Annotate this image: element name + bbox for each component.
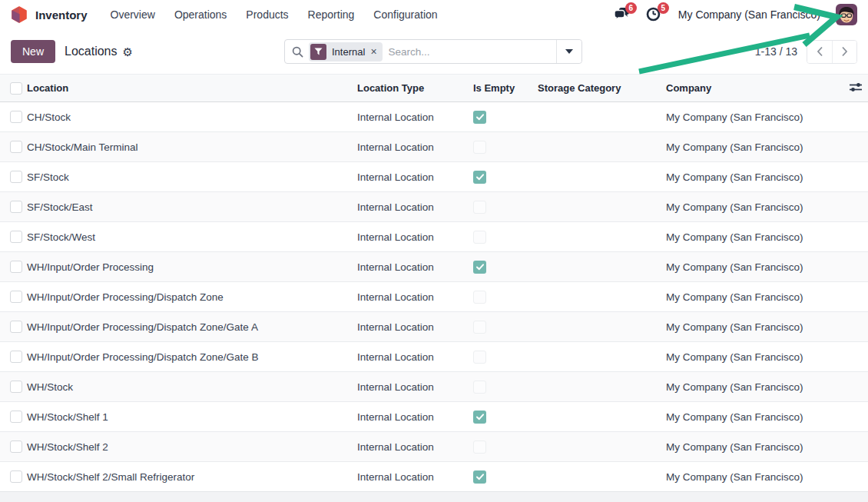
company-cell[interactable]: My Company (San Francisco) (662, 252, 845, 282)
table-row[interactable]: CH/Stock Internal Location My Company (S… (0, 102, 868, 132)
row-select-checkbox[interactable] (10, 171, 22, 183)
location-cell[interactable]: SF/Stock (23, 162, 353, 192)
location-type-cell[interactable]: Internal Location (353, 282, 469, 312)
location-type-cell[interactable]: Internal Location (353, 222, 469, 252)
storage-category-cell[interactable] (534, 282, 662, 312)
is-empty-checkbox[interactable] (473, 171, 486, 184)
row-select-checkbox[interactable] (10, 261, 22, 273)
menu-item-configuration[interactable]: Configuration (373, 7, 437, 22)
menu-item-products[interactable]: Products (246, 7, 288, 22)
company-cell[interactable]: My Company (San Francisco) (662, 132, 845, 162)
location-type-cell[interactable]: Internal Location (353, 432, 469, 462)
row-select-checkbox[interactable] (10, 470, 22, 483)
is-empty-checkbox[interactable] (473, 231, 486, 244)
location-type-cell[interactable]: Internal Location (353, 342, 469, 372)
location-cell[interactable]: WH/Stock/Shelf 2/Small Refrigerator (23, 462, 353, 492)
row-select-checkbox[interactable] (10, 111, 22, 123)
odoo-inventory-app-icon[interactable] (11, 6, 28, 23)
location-type-cell[interactable]: Internal Location (353, 462, 469, 492)
company-cell[interactable]: My Company (San Francisco) (662, 402, 845, 432)
location-cell[interactable]: WH/Input/Order Processing/Dispatch Zone/… (23, 312, 353, 342)
search-input[interactable] (383, 46, 556, 58)
storage-category-cell[interactable] (534, 132, 662, 162)
storage-category-cell[interactable] (534, 402, 662, 432)
user-avatar[interactable] (836, 4, 857, 25)
is-empty-checkbox[interactable] (473, 201, 486, 214)
facet-close-icon[interactable]: × (370, 46, 376, 57)
storage-category-cell[interactable] (534, 192, 662, 222)
location-type-cell[interactable]: Internal Location (353, 162, 469, 192)
location-cell[interactable]: WH/Input/Order Processing/Dispatch Zone (23, 282, 353, 312)
table-row[interactable]: WH/Input/Order Processing Internal Locat… (0, 252, 868, 282)
table-row[interactable]: SF/Stock/East Internal Location My Compa… (0, 192, 868, 222)
company-cell[interactable]: My Company (San Francisco) (662, 312, 845, 342)
search-options-dropdown[interactable] (556, 40, 581, 63)
row-select-checkbox[interactable] (10, 381, 22, 393)
table-row[interactable]: WH/Stock Internal Location My Company (S… (0, 372, 868, 402)
storage-category-cell[interactable] (534, 312, 662, 342)
company-cell[interactable]: My Company (San Francisco) (662, 282, 845, 312)
row-select-checkbox[interactable] (10, 141, 22, 153)
new-button[interactable]: New (11, 40, 55, 63)
storage-category-cell[interactable] (534, 102, 662, 132)
location-cell[interactable]: WH/Input/Order Processing (23, 252, 353, 282)
is-empty-checkbox[interactable] (473, 351, 486, 364)
company-cell[interactable]: My Company (San Francisco) (662, 372, 845, 402)
row-select-checkbox[interactable] (10, 201, 22, 213)
company-cell[interactable]: My Company (San Francisco) (662, 432, 845, 462)
column-header-company[interactable]: Company (662, 75, 845, 102)
row-select-checkbox[interactable] (10, 291, 22, 303)
table-row[interactable]: WH/Input/Order Processing/Dispatch Zone … (0, 282, 868, 312)
messages-icon[interactable]: 6 (614, 7, 631, 22)
location-type-cell[interactable]: Internal Location (353, 312, 469, 342)
column-header-is-empty[interactable]: Is Empty (469, 75, 534, 102)
row-select-checkbox[interactable] (10, 411, 22, 423)
table-row[interactable]: SF/Stock Internal Location My Company (S… (0, 162, 868, 192)
location-type-cell[interactable]: Internal Location (353, 252, 469, 282)
table-row[interactable]: WH/Stock/Shelf 1 Internal Location My Co… (0, 402, 868, 432)
menu-item-operations[interactable]: Operations (174, 7, 227, 22)
app-name[interactable]: Inventory (35, 8, 88, 22)
is-empty-checkbox[interactable] (473, 470, 486, 484)
is-empty-checkbox[interactable] (473, 381, 486, 394)
row-select-checkbox[interactable] (10, 440, 22, 453)
storage-category-cell[interactable] (534, 252, 662, 282)
storage-category-cell[interactable] (534, 372, 662, 402)
location-type-cell[interactable]: Internal Location (353, 372, 469, 402)
table-row[interactable]: WH/Input/Order Processing/Dispatch Zone/… (0, 312, 868, 342)
column-header-location[interactable]: Location (23, 75, 353, 102)
location-type-cell[interactable]: Internal Location (353, 102, 469, 132)
is-empty-checkbox[interactable] (473, 440, 486, 454)
table-row[interactable]: WH/Input/Order Processing/Dispatch Zone/… (0, 342, 868, 372)
location-cell[interactable]: SF/Stock/East (23, 192, 353, 222)
company-cell[interactable]: My Company (San Francisco) (662, 342, 845, 372)
row-select-checkbox[interactable] (10, 351, 22, 363)
company-switcher[interactable]: My Company (San Francisco) (678, 8, 820, 21)
storage-category-cell[interactable] (534, 222, 662, 252)
is-empty-checkbox[interactable] (473, 261, 486, 274)
select-all-checkbox[interactable] (10, 82, 22, 95)
storage-category-cell[interactable] (534, 462, 662, 492)
location-cell[interactable]: WH/Stock/Shelf 2 (23, 432, 353, 462)
is-empty-checkbox[interactable] (473, 141, 486, 154)
table-row[interactable]: SF/Stock/West Internal Location My Compa… (0, 222, 868, 252)
location-cell[interactable]: CH/Stock (23, 102, 353, 132)
table-row[interactable]: WH/Stock/Shelf 2 Internal Location My Co… (0, 432, 868, 462)
optional-columns-icon[interactable] (849, 81, 863, 93)
location-cell[interactable]: WH/Stock (23, 372, 353, 402)
activities-clock-icon[interactable]: 5 (646, 7, 663, 22)
table-row[interactable]: CH/Stock/Main Terminal Internal Location… (0, 132, 868, 162)
storage-category-cell[interactable] (534, 432, 662, 462)
pager-previous-button[interactable] (807, 41, 832, 63)
company-cell[interactable]: My Company (San Francisco) (662, 102, 845, 132)
pager-range[interactable]: 1-13 / 13 (755, 45, 797, 58)
company-cell[interactable]: My Company (San Francisco) (662, 222, 845, 252)
storage-category-cell[interactable] (534, 342, 662, 372)
is-empty-checkbox[interactable] (473, 411, 486, 424)
is-empty-checkbox[interactable] (473, 111, 486, 124)
location-type-cell[interactable]: Internal Location (353, 132, 469, 162)
location-type-cell[interactable]: Internal Location (353, 192, 469, 222)
row-select-checkbox[interactable] (10, 321, 22, 333)
column-header-location-type[interactable]: Location Type (353, 75, 469, 102)
company-cell[interactable]: My Company (San Francisco) (662, 462, 845, 492)
